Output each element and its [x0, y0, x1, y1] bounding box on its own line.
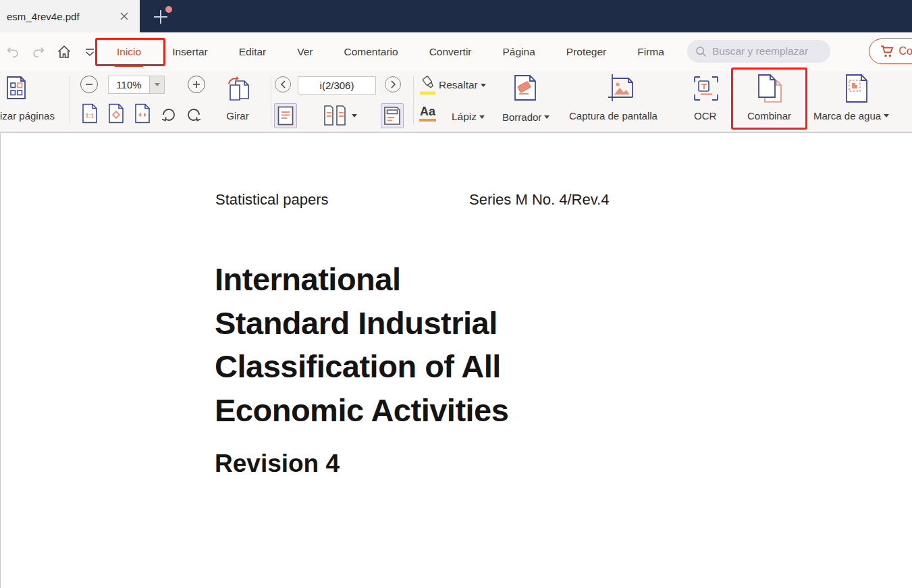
chevron-right-icon — [390, 80, 396, 88]
chevron-left-icon — [280, 80, 286, 88]
annotation-box-combinar — [731, 68, 807, 130]
fit-width-button[interactable] — [134, 103, 151, 124]
single-page-view-button[interactable] — [274, 103, 297, 128]
rotate-pages-button[interactable] — [223, 76, 252, 103]
ocr-button[interactable] — [693, 75, 720, 102]
document-page: Statistical papers Series M No. 4/Rev.4 … — [0, 132, 912, 588]
actual-size-button[interactable]: 1:1 — [82, 103, 98, 124]
toolbar-divider — [413, 76, 414, 125]
two-page-view-icon — [323, 105, 346, 126]
doc-subtitle: Revision 4 — [215, 450, 340, 478]
watermark-button[interactable] — [843, 74, 870, 103]
document-tab[interactable]: esm_4rev4e.pdf — [0, 0, 140, 32]
chevron-down-icon — [84, 47, 95, 57]
menu-ver[interactable]: Ver — [281, 32, 328, 71]
rotate-ccw-button[interactable] — [159, 105, 178, 124]
plus-icon — [192, 80, 200, 88]
reading-view-icon — [383, 106, 401, 126]
organize-pages-button[interactable] — [5, 76, 27, 100]
single-page-view-icon — [277, 106, 294, 126]
doc-title: International Standard Industrial Classi… — [215, 258, 508, 432]
highlight-caret-icon — [481, 84, 486, 87]
search-icon — [695, 46, 707, 57]
organize-pages-icon — [5, 76, 27, 100]
screenshot-icon — [606, 73, 635, 105]
menu-insertar[interactable]: Insertar — [157, 32, 223, 71]
zoom-out-button[interactable] — [80, 76, 98, 93]
menu-firma[interactable]: Firma — [622, 32, 680, 71]
highlight-label[interactable]: Resaltar — [439, 79, 486, 91]
screenshot-label[interactable]: Captura de pantalla — [569, 110, 658, 122]
menu-editar[interactable]: Editar — [223, 32, 282, 71]
pencil-label[interactable]: Lápiz — [452, 111, 485, 123]
doc-title-line: International — [215, 258, 508, 302]
actual-size-icon: 1:1 — [82, 103, 98, 124]
caret-down-icon — [155, 83, 160, 86]
page-number-input[interactable] — [298, 77, 375, 94]
page-number-field — [298, 76, 376, 95]
rotate-cw-icon — [185, 105, 203, 124]
zoom-level-input[interactable] — [109, 76, 149, 93]
minus-icon — [85, 80, 93, 88]
menu-comentario[interactable]: Comentario — [329, 32, 414, 71]
watermark-icon — [843, 74, 870, 103]
fit-width-icon — [134, 103, 151, 124]
eraser-label-text: Borrador — [502, 111, 541, 123]
watermark-label[interactable]: Marca de agua — [813, 110, 889, 122]
home-button[interactable] — [55, 43, 73, 61]
rotate-pages-label[interactable]: Girar — [223, 110, 252, 122]
search-input[interactable] — [712, 45, 820, 57]
screenshot-button[interactable] — [606, 73, 635, 105]
redo-icon — [31, 45, 46, 59]
highlight-label-text: Resaltar — [439, 79, 478, 91]
fit-page-icon — [108, 103, 124, 124]
previous-page-button[interactable] — [275, 76, 291, 92]
rotate-ccw-icon — [159, 105, 178, 124]
buy-button[interactable]: Co — [869, 38, 912, 64]
doc-title-line: Standard Industrial — [215, 302, 508, 346]
watermark-caret-icon — [884, 114, 889, 117]
zoom-dropdown-button[interactable] — [149, 76, 164, 93]
home-icon — [56, 44, 72, 60]
eraser-icon — [512, 74, 538, 102]
organize-pages-label[interactable]: izar páginas — [0, 110, 55, 122]
toolbar-divider — [271, 76, 271, 125]
annotation-box-inicio — [95, 38, 165, 66]
fit-page-button[interactable] — [108, 103, 124, 124]
doc-title-line: Classification of All — [215, 345, 508, 389]
eraser-caret-icon — [544, 115, 549, 119]
two-page-view-caret-icon[interactable] — [352, 114, 357, 117]
zoom-in-button[interactable] — [188, 76, 205, 93]
toolbar-divider — [70, 76, 70, 125]
pdf-editor-window: esm_4rev4e.pdf Inicio Insertar — [0, 0, 912, 588]
menu-proteger[interactable]: Proteger — [551, 32, 622, 71]
reading-view-button[interactable] — [381, 103, 404, 128]
undo-icon — [5, 45, 20, 59]
eraser-label[interactable]: Borrador — [502, 111, 549, 123]
undo-button[interactable] — [4, 43, 22, 61]
rotate-pages-icon — [223, 76, 252, 103]
notification-dot — [165, 6, 172, 13]
watermark-label-text: Marca de agua — [813, 110, 881, 122]
cart-icon — [880, 45, 894, 58]
rotate-cw-button[interactable] — [185, 105, 203, 124]
redo-button[interactable] — [30, 43, 47, 61]
next-page-button[interactable] — [385, 76, 401, 92]
ocr-label[interactable]: OCR — [694, 110, 716, 122]
pencil-label-text: Lápiz — [452, 111, 477, 123]
menu-convertir[interactable]: Convertir — [414, 32, 487, 71]
search-box[interactable] — [687, 40, 830, 63]
tab-bar: esm_4rev4e.pdf — [0, 0, 912, 32]
buy-label: Co — [899, 45, 912, 57]
text-style-tool-button[interactable]: Aa — [419, 105, 436, 122]
doc-title-line: Economic Activities — [215, 389, 508, 433]
close-tab-icon[interactable] — [118, 10, 130, 22]
highlight-tool-button[interactable] — [419, 76, 437, 96]
menu-pagina[interactable]: Página — [487, 32, 551, 71]
doc-header-right: Series M No. 4/Rev.4 — [469, 191, 609, 209]
doc-header-left: Statistical papers — [215, 191, 329, 209]
two-page-view-button[interactable] — [323, 105, 346, 126]
pencil-caret-icon — [479, 115, 485, 119]
tab-title: esm_4rev4e.pdf — [7, 11, 118, 22]
eraser-button[interactable] — [512, 74, 538, 102]
